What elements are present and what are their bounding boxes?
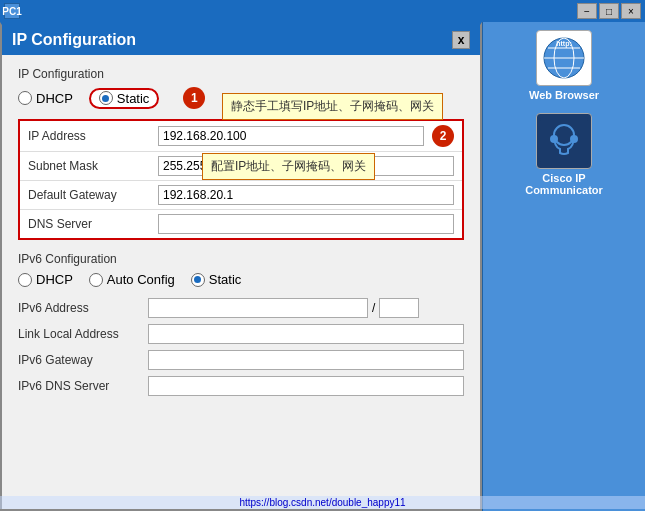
ip-config-dialog: IP Configuration x IP Configuration DHCP… — [0, 22, 482, 511]
ipv6-gateway-label: IPv6 Gateway — [18, 353, 148, 367]
dns-server-input[interactable] — [158, 214, 454, 234]
ipv4-section-label: IP Configuration — [18, 67, 464, 81]
tooltip-1-text: 静态手工填写IP地址、子网掩码、网关 — [231, 99, 434, 113]
ipv6-dns-input[interactable] — [148, 376, 464, 396]
dialog-close-button[interactable]: x — [452, 31, 470, 49]
cisco-communicator-app[interactable]: Cisco IP Communicator — [525, 113, 603, 196]
title-bar-left: PC1 — [4, 3, 20, 19]
ipv6-link-local-row: Link Local Address — [18, 321, 464, 347]
ipv6-address-row: IPv6 Address / — [18, 295, 464, 321]
ipv6-link-local-label: Link Local Address — [18, 327, 148, 341]
ipv6-slash: / — [372, 301, 375, 315]
title-bar-controls: − □ × — [577, 3, 641, 19]
title-bar-icon: PC1 — [4, 3, 20, 19]
ipv6-auto-radio[interactable]: Auto Config — [89, 272, 175, 287]
ipv6-gateway-input[interactable] — [148, 350, 464, 370]
static-radio-circle[interactable] — [99, 91, 113, 105]
ipv6-auto-label: Auto Config — [107, 272, 175, 287]
ipv6-auto-radio-circle[interactable] — [89, 273, 103, 287]
svg-point-9 — [570, 135, 578, 143]
ipv6-dns-label: IPv6 DNS Server — [18, 379, 148, 393]
web-browser-app[interactable]: http: Web Browser — [529, 30, 599, 101]
ipv6-gateway-row: IPv6 Gateway — [18, 347, 464, 373]
default-gateway-row: Default Gateway — [20, 181, 462, 210]
ipv6-section-label: IPv6 Configuration — [18, 252, 464, 266]
cisco-label: Cisco IP Communicator — [525, 172, 603, 196]
window-title-text: PC1 — [2, 6, 21, 17]
maximize-button[interactable]: □ — [599, 3, 619, 19]
ipv6-section: IPv6 Configuration DHCP Auto Config Stat… — [18, 252, 464, 399]
ipv6-mode-radio-row: DHCP Auto Config Static — [18, 272, 464, 287]
ipv6-dhcp-radio[interactable]: DHCP — [18, 272, 73, 287]
ipv6-static-radio-circle[interactable] — [191, 273, 205, 287]
ipv6-static-label: Static — [209, 272, 242, 287]
title-bar: PC1 − □ × — [0, 0, 645, 22]
dns-server-label: DNS Server — [28, 217, 158, 231]
ipv6-link-local-input[interactable] — [148, 324, 464, 344]
badge-2: 2 — [432, 125, 454, 147]
ipv6-dns-row: IPv6 DNS Server — [18, 373, 464, 399]
dhcp-radio-item[interactable]: DHCP — [18, 91, 73, 106]
ipv6-dhcp-radio-circle[interactable] — [18, 273, 32, 287]
web-browser-icon: http: — [536, 30, 592, 86]
url-bar: https://blog.csdn.net/double_happy11 — [0, 496, 645, 509]
ip-address-input[interactable] — [158, 126, 424, 146]
ipv6-address-input[interactable] — [148, 298, 368, 318]
tooltip-2-text: 配置IP地址、子网掩码、网关 — [211, 159, 366, 173]
dns-server-row: DNS Server — [20, 210, 462, 238]
ip-address-label: IP Address — [28, 129, 158, 143]
default-gateway-label: Default Gateway — [28, 188, 158, 202]
right-panel: http: Web Browser Cisco IP Communicator — [482, 22, 645, 511]
dialog-body: IP Configuration DHCP Static 1 静态手工填写IP地… — [2, 55, 480, 411]
static-radio-container[interactable]: Static — [89, 88, 160, 109]
cisco-icon — [536, 113, 592, 169]
subnet-mask-label: Subnet Mask — [28, 159, 158, 173]
url-text: https://blog.csdn.net/double_happy11 — [239, 497, 405, 508]
default-gateway-input[interactable] — [158, 185, 454, 205]
web-browser-label: Web Browser — [529, 89, 599, 101]
dialog-title-text: IP Configuration — [12, 31, 136, 49]
ipv6-prefix-input[interactable] — [379, 298, 419, 318]
svg-text:http:: http: — [556, 40, 572, 48]
dhcp-radio-circle[interactable] — [18, 91, 32, 105]
main-area: IP Configuration x IP Configuration DHCP… — [0, 22, 645, 511]
tooltip-1: 静态手工填写IP地址、子网掩码、网关 — [222, 93, 443, 120]
svg-point-8 — [550, 135, 558, 143]
ipv6-static-radio[interactable]: Static — [191, 272, 242, 287]
ipv6-dhcp-label: DHCP — [36, 272, 73, 287]
dialog-title-bar: IP Configuration x — [2, 25, 480, 55]
ip-address-row: IP Address 2 — [20, 121, 462, 152]
badge-1: 1 — [183, 87, 205, 109]
static-radio-label: Static — [117, 91, 150, 106]
minimize-button[interactable]: − — [577, 3, 597, 19]
window-close-button[interactable]: × — [621, 3, 641, 19]
tooltip-2: 配置IP地址、子网掩码、网关 — [202, 153, 375, 180]
ipv6-address-label: IPv6 Address — [18, 301, 148, 315]
dhcp-radio-label: DHCP — [36, 91, 73, 106]
